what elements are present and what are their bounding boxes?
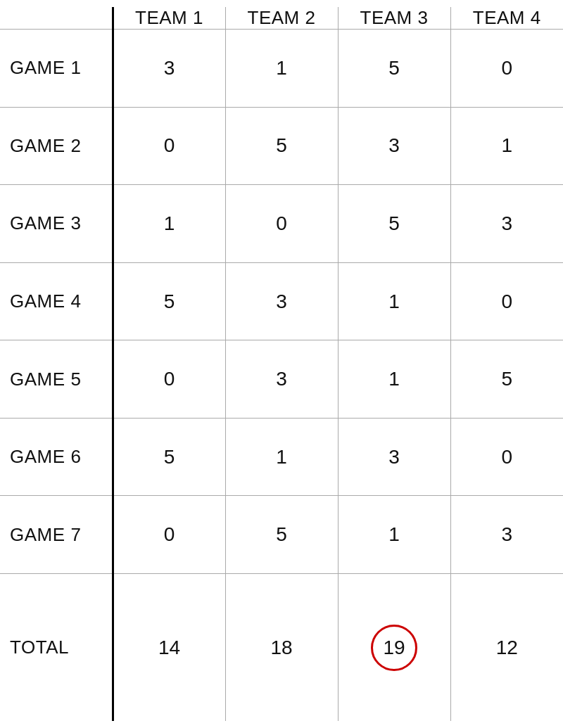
game5-team2-score: 3: [225, 340, 338, 419]
game-row: GAME 45310: [0, 262, 563, 340]
total-team2: 18: [225, 574, 338, 721]
total-team4: 12: [450, 574, 563, 721]
team1-header: TEAM 1: [113, 7, 225, 30]
game2-team3-score: 3: [338, 107, 450, 185]
team3-header: TEAM 3: [338, 7, 450, 30]
total-team1: 14: [113, 574, 225, 721]
game6-team2-score: 1: [225, 418, 338, 496]
game-row: GAME 50315: [0, 340, 563, 419]
game-label-3: GAME 3: [0, 185, 113, 263]
game6-team4-score: 0: [450, 418, 563, 496]
total-row: TOTAL14181912: [0, 574, 563, 721]
game4-team2-score: 3: [225, 262, 338, 340]
team2-header: TEAM 2: [225, 7, 338, 30]
game1-team2-score: 1: [225, 30, 338, 108]
game-row: GAME 20531: [0, 107, 563, 185]
game2-team2-score: 5: [225, 107, 338, 185]
game7-team2-score: 5: [225, 496, 338, 574]
game5-team3-score: 1: [338, 340, 450, 419]
game3-team4-score: 3: [450, 185, 563, 263]
game2-team1-score: 0: [113, 107, 225, 185]
game-label-7: GAME 7: [0, 496, 113, 574]
game4-team1-score: 5: [113, 262, 225, 340]
game2-team4-score: 1: [450, 107, 563, 185]
game3-team1-score: 1: [113, 185, 225, 263]
game7-team4-score: 3: [450, 496, 563, 574]
game1-team1-score: 3: [113, 30, 225, 108]
game6-team1-score: 5: [113, 418, 225, 496]
game3-team2-score: 0: [225, 185, 338, 263]
game7-team1-score: 0: [113, 496, 225, 574]
corner-cell: [0, 7, 113, 30]
game5-team4-score: 5: [450, 340, 563, 419]
game6-team3-score: 3: [338, 418, 450, 496]
game5-team1-score: 0: [113, 340, 225, 419]
game7-team3-score: 1: [338, 496, 450, 574]
game-row: GAME 13150: [0, 30, 563, 108]
game-row: GAME 70513: [0, 496, 563, 574]
game-label-6: GAME 6: [0, 418, 113, 496]
team4-header: TEAM 4: [450, 7, 563, 30]
total-label: TOTAL: [0, 574, 113, 721]
game4-team4-score: 0: [450, 262, 563, 340]
game3-team3-score: 5: [338, 185, 450, 263]
game1-team3-score: 5: [338, 30, 450, 108]
header-row: TEAM 1 TEAM 2 TEAM 3 TEAM 4: [0, 7, 563, 30]
total-team3: 19: [338, 574, 450, 721]
game1-team4-score: 0: [450, 30, 563, 108]
game-label-2: GAME 2: [0, 107, 113, 185]
game-row: GAME 65130: [0, 418, 563, 496]
score-table: TEAM 1 TEAM 2 TEAM 3 TEAM 4 GAME 13150GA…: [0, 7, 563, 721]
game-label-4: GAME 4: [0, 262, 113, 340]
game-row: GAME 31053: [0, 185, 563, 263]
game-label-5: GAME 5: [0, 340, 113, 419]
circled-total: 19: [372, 626, 416, 670]
score-table-container: TEAM 1 TEAM 2 TEAM 3 TEAM 4 GAME 13150GA…: [7, 7, 556, 721]
game4-team3-score: 1: [338, 262, 450, 340]
game-label-1: GAME 1: [0, 30, 113, 108]
